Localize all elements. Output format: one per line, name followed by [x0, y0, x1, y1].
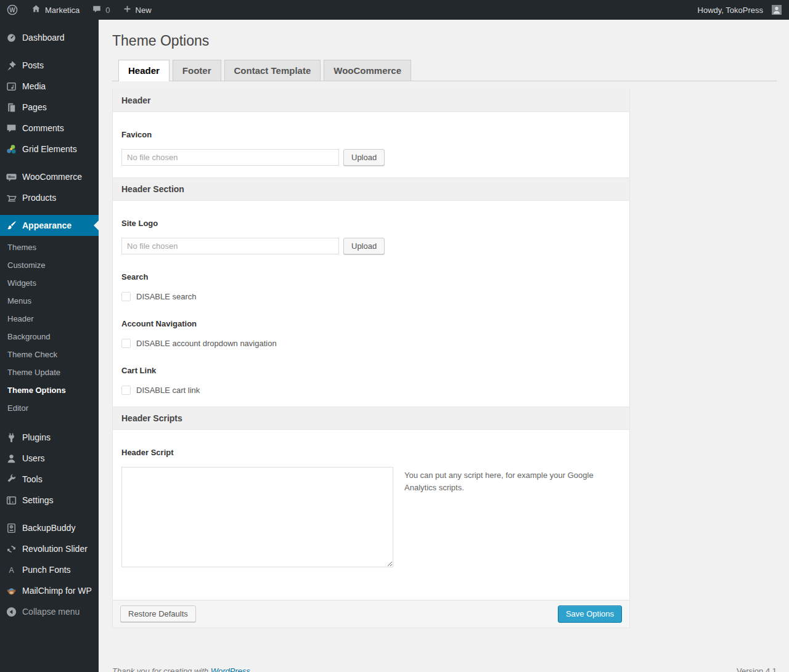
sidebar-item-label: Comments	[22, 123, 64, 133]
sidebar-item-settings[interactable]: Settings	[0, 490, 99, 511]
pages-icon	[5, 101, 17, 113]
sidebar-item-revolution-slider[interactable]: Revolution Slider	[0, 538, 99, 559]
comments-count: 0	[105, 6, 110, 15]
admin-bar-right: Howdy, TokoPress	[692, 0, 789, 20]
sidebar-item-media[interactable]: Media	[0, 76, 99, 97]
sidebar-item-label: Appearance	[22, 221, 72, 230]
sidebar-item-punch-fonts[interactable]: A Punch Fonts	[0, 559, 99, 580]
sidebar-item-users[interactable]: Users	[0, 448, 99, 469]
version-text: Version 4.1	[737, 666, 777, 672]
site-logo-label: Site Logo	[121, 219, 621, 228]
sidebar-item-label: Tools	[22, 474, 43, 484]
sidebar-item-backupbuddy[interactable]: BackupBuddy	[0, 517, 99, 538]
tab-footer[interactable]: Footer	[173, 60, 221, 81]
sidebar-item-grid-elements[interactable]: Grid Elements	[0, 139, 99, 160]
favicon-file-input[interactable]	[121, 149, 339, 166]
submenu-item-theme-options[interactable]: Theme Options	[0, 381, 99, 399]
sidebar-item-comments[interactable]: Comments	[0, 118, 99, 139]
refresh-arrows-icon	[5, 543, 17, 555]
favicon-label: Favicon	[121, 130, 621, 139]
sidebar-item-label: Punch Fonts	[22, 565, 71, 575]
submenu-item-editor[interactable]: Editor	[0, 399, 99, 417]
sidebar-item-label: MailChimp for WP	[22, 586, 92, 596]
sidebar-item-dashboard[interactable]: Dashboard	[0, 27, 99, 48]
footer-thanks-period: .	[250, 666, 253, 672]
tab-woocommerce[interactable]: WooCommerce	[324, 60, 411, 81]
site-logo-file-input[interactable]	[121, 238, 339, 254]
wrench-icon	[5, 473, 17, 485]
site-logo-upload-button[interactable]: Upload	[343, 238, 385, 254]
submenu-item-customize[interactable]: Customize	[0, 256, 99, 274]
section-title: Header Scripts	[121, 413, 182, 423]
media-icon	[5, 80, 17, 92]
sidebar-item-plugins[interactable]: Plugins	[0, 427, 99, 448]
sidebar-item-label: Pages	[22, 102, 47, 112]
section-header-section: Header Section	[113, 177, 629, 201]
plus-icon	[123, 4, 132, 15]
restore-defaults-button[interactable]: Restore Defaults	[120, 605, 196, 622]
sidebar-item-mailchimp[interactable]: MailChimp for WP	[0, 580, 99, 601]
svg-text:A: A	[9, 565, 14, 574]
disable-search-row: DISABLE search	[121, 292, 621, 301]
submenu-item-header[interactable]: Header	[0, 310, 99, 328]
sidebar-item-products[interactable]: Products	[0, 187, 99, 208]
sidebar-item-label: Users	[22, 453, 45, 463]
mailchimp-monkey-icon	[5, 585, 17, 597]
sidebar-item-pages[interactable]: Pages	[0, 97, 99, 118]
theme-options-panel: Header Favicon Upload Header Section Sit…	[112, 89, 630, 628]
home-icon	[31, 4, 41, 16]
sidebar-item-label: Settings	[22, 495, 54, 505]
current-menu-arrow	[89, 221, 99, 230]
favicon-upload-button[interactable]: Upload	[343, 149, 385, 166]
header-script-textarea[interactable]	[121, 467, 393, 567]
avatar	[772, 5, 782, 15]
submenu-item-background[interactable]: Background	[0, 328, 99, 346]
footer-thanks-text: Thank you for creating with	[112, 666, 211, 672]
appearance-submenu: Themes Customize Widgets Menus Header Ba…	[0, 236, 99, 422]
admin-bar-comments[interactable]: 0	[86, 0, 116, 20]
sidebar-item-tools[interactable]: Tools	[0, 469, 99, 490]
paintbrush-icon	[5, 219, 17, 232]
site-logo-file-row: Upload	[121, 238, 621, 254]
site-menu[interactable]: Marketica	[25, 0, 86, 20]
submenu-item-menus[interactable]: Menus	[0, 292, 99, 310]
sidebar-item-label: Products	[22, 193, 56, 203]
footer-thanks: Thank you for creating with WordPress.	[112, 666, 253, 672]
new-content-button[interactable]: New	[117, 0, 158, 20]
disable-cart-link-row: DISABLE cart link	[121, 386, 621, 395]
tab-header[interactable]: Header	[118, 60, 170, 81]
new-label: New	[136, 6, 152, 15]
page-footer: Thank you for creating with WordPress. V…	[112, 666, 777, 672]
site-name: Marketica	[45, 6, 80, 15]
wordpress-link[interactable]: WordPress	[211, 666, 250, 672]
disable-cart-link-checkbox-label: DISABLE cart link	[136, 386, 200, 395]
submenu-item-widgets[interactable]: Widgets	[0, 274, 99, 292]
pin-icon	[5, 59, 17, 71]
save-options-button[interactable]: Save Options	[558, 605, 622, 623]
header-script-row: You can put any script here, for example…	[121, 467, 621, 567]
sidebar-item-posts[interactable]: Posts	[0, 55, 99, 76]
submenu-item-theme-update[interactable]: Theme Update	[0, 363, 99, 381]
sidebar-item-label: Grid Elements	[22, 144, 77, 154]
section-header-scripts: Header Scripts	[113, 407, 629, 430]
collapse-menu-button[interactable]: Collapse menu	[0, 601, 99, 622]
section-header: Header	[113, 89, 629, 112]
dashboard-icon	[5, 31, 17, 44]
tab-contact-template[interactable]: Contact Template	[224, 60, 321, 81]
section-title: Header	[121, 95, 150, 105]
wordpress-logo-icon[interactable]: W	[0, 0, 25, 20]
sidebar-item-appearance[interactable]: Appearance	[0, 215, 99, 236]
section-title: Header Section	[121, 184, 184, 194]
header-script-label: Header Script	[121, 448, 621, 457]
disable-search-checkbox[interactable]	[121, 292, 131, 301]
plug-icon	[5, 431, 17, 443]
submenu-item-themes[interactable]: Themes	[0, 238, 99, 256]
disable-cart-link-checkbox[interactable]	[121, 386, 131, 395]
account-menu[interactable]: Howdy, TokoPress	[692, 0, 782, 20]
disable-account-nav-checkbox[interactable]	[121, 339, 131, 348]
sidebar-item-woocommerce[interactable]: Woo WooCommerce	[0, 166, 99, 187]
submenu-item-theme-check[interactable]: Theme Check	[0, 346, 99, 363]
comment-icon	[5, 122, 17, 134]
cart-link-label: Cart Link	[121, 366, 621, 375]
collapse-arrow-icon	[5, 605, 17, 618]
